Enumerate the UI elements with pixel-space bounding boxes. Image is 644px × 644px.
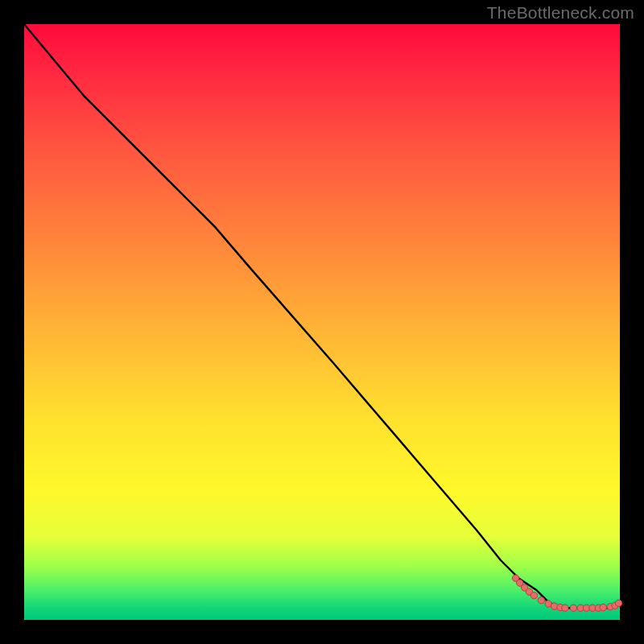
marker-point: [615, 600, 621, 606]
marker-point: [600, 604, 606, 610]
credit-label: TheBottleneck.com: [487, 3, 634, 23]
marker-point: [562, 605, 568, 611]
plot-overlay: [24, 24, 620, 620]
bottleneck-curve: [24, 24, 620, 608]
plot-area: [24, 24, 620, 620]
marker-point: [530, 592, 537, 599]
marker-point: [570, 605, 576, 611]
marker-point: [538, 597, 544, 603]
chart-stage: TheBottleneck.com: [0, 0, 644, 644]
marker-cluster: [512, 575, 621, 611]
